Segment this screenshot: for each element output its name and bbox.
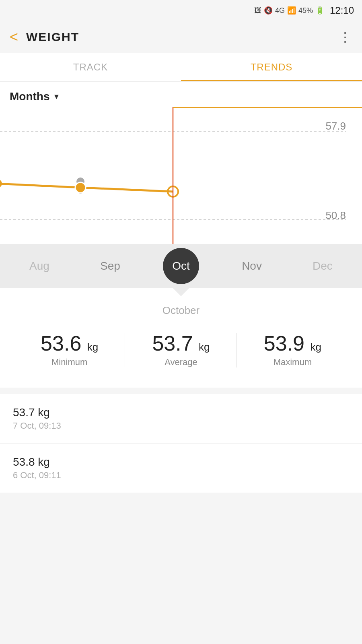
stats-month-label: October [10, 304, 352, 317]
battery-level: 45% [298, 6, 313, 15]
more-options-button[interactable]: ⋮ [339, 29, 352, 45]
log-item-0[interactable]: 53.7 kg 7 Oct, 09:13 [0, 394, 362, 444]
chart-header: Months ▼ [0, 82, 362, 107]
chart-area[interactable]: 57.9 50.8 [0, 107, 362, 244]
month-item-nov[interactable]: Nov [234, 256, 270, 277]
stat-minimum-label: Minimum [51, 357, 87, 367]
stat-minimum-value: 53.6 kg [41, 333, 98, 354]
month-item-dec[interactable]: Dec [304, 256, 341, 277]
stat-maximum-label: Maximum [274, 357, 312, 367]
log-item-1[interactable]: 53.8 kg 6 Oct, 09:11 [0, 444, 362, 493]
stat-maximum: 53.9 kg Maximum [237, 333, 348, 367]
log-list: 53.7 kg 7 Oct, 09:13 53.8 kg 6 Oct, 09:1… [0, 394, 362, 493]
chart-section: Months ▼ 57.9 50.8 [0, 82, 362, 244]
month-selector-row: Aug Sep Oct Nov Dec [0, 244, 362, 288]
battery-icon: 🔋 [315, 6, 324, 15]
svg-point-7 [75, 182, 86, 193]
signal-icon: 📶 [287, 6, 296, 15]
stats-section: October 53.6 kg Minimum 53.7 kg Average … [0, 288, 362, 388]
month-items: Aug Sep Oct Nov Dec [0, 248, 362, 284]
tab-bar: TRACK TRENDS [0, 53, 362, 82]
period-label: Months [10, 90, 50, 103]
svg-text:57.9: 57.9 [325, 120, 346, 132]
svg-text:50.8: 50.8 [325, 209, 346, 221]
stat-maximum-value: 53.9 kg [264, 333, 321, 354]
back-button[interactable]: < [10, 30, 18, 44]
log-weight-0: 53.7 kg [13, 406, 349, 419]
stat-average-value: 53.7 kg [152, 333, 210, 354]
status-icons: 🖼 🔇 4G 📶 45% 🔋 12:10 [254, 5, 354, 16]
period-caret-icon: ▼ [53, 93, 60, 101]
mute-icon: 🔇 [264, 6, 273, 15]
period-selector[interactable]: Months ▼ [10, 90, 352, 103]
tab-trends[interactable]: TRENDS [181, 53, 362, 81]
month-arrow-indicator [173, 288, 189, 296]
svg-point-4 [0, 180, 2, 188]
photo-icon: 🖼 [254, 6, 261, 15]
app-header: < WEIGHT ⋮ [0, 21, 362, 53]
stats-row: 53.6 kg Minimum 53.7 kg Average 53.9 kg … [10, 333, 352, 367]
month-item-sep[interactable]: Sep [92, 256, 128, 277]
status-bar: 🖼 🔇 4G 📶 45% 🔋 12:10 [0, 0, 362, 21]
month-item-oct[interactable]: Oct [163, 248, 199, 284]
stat-average: 53.7 kg Average [125, 333, 237, 367]
log-date-1: 6 Oct, 09:11 [13, 470, 349, 481]
log-weight-1: 53.8 kg [13, 456, 349, 469]
tab-track[interactable]: TRACK [0, 53, 181, 81]
4g-icon: 4G [275, 6, 285, 15]
page-title: WEIGHT [26, 30, 79, 44]
stat-average-label: Average [165, 357, 197, 367]
stat-minimum: 53.6 kg Minimum [14, 333, 125, 367]
log-date-0: 7 Oct, 09:13 [13, 421, 349, 431]
status-time: 12:10 [330, 5, 354, 16]
chart-svg: 57.9 50.8 [0, 107, 362, 244]
month-item-aug[interactable]: Aug [21, 256, 58, 277]
